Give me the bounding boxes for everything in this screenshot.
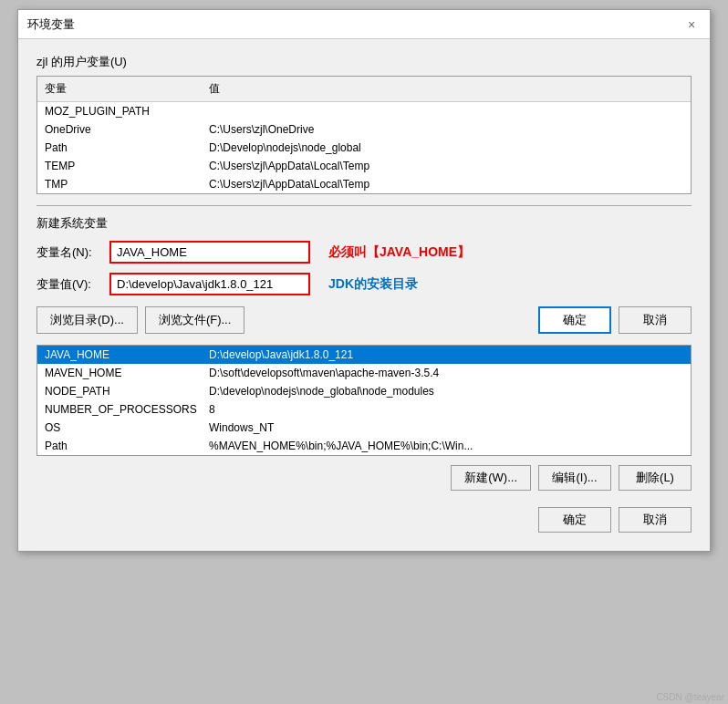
col-header-val: 值	[202, 79, 691, 98]
table-row[interactable]: OS Windows_NT	[37, 419, 691, 437]
new-sys-var-button[interactable]: 新建(W)...	[451, 465, 531, 491]
sys-table-wrapper: JAVA_HOME D:\develop\Java\jdk1.8.0_121 M…	[36, 345, 692, 456]
delete-sys-var-button[interactable]: 删除(L)	[619, 465, 692, 491]
table-row[interactable]: NODE_PATH D:\develop\nodejs\node_global\…	[37, 382, 691, 400]
var-name: Path	[37, 140, 202, 155]
var-name-input[interactable]	[109, 241, 310, 264]
table-row[interactable]: NUMBER_OF_PROCESSORS 8	[37, 400, 691, 419]
form-button-row: 浏览目录(D)... 浏览文件(F)... 确定 取消	[36, 306, 692, 334]
var-value-label: 变量值(V):	[36, 276, 109, 293]
new-sys-var-title: 新建系统变量	[36, 215, 692, 232]
bottom-confirm-button[interactable]: 确定	[538, 507, 611, 533]
var-value: Windows_NT	[202, 420, 691, 435]
var-name-label: 变量名(N):	[36, 244, 109, 261]
divider	[36, 205, 692, 206]
browse-file-button[interactable]: 浏览文件(F)...	[145, 306, 244, 334]
edit-sys-var-button[interactable]: 编辑(I)...	[538, 465, 611, 491]
table-header: 变量 值	[37, 77, 691, 102]
var-value: D:\develop\Java\jdk1.8.0_121	[202, 347, 691, 362]
bottom-cancel-button[interactable]: 取消	[619, 507, 692, 533]
close-button[interactable]: ×	[682, 16, 701, 34]
table-row[interactable]: MAVEN_HOME D:\soft\developsoft\maven\apa…	[37, 364, 691, 382]
form-confirm-button[interactable]: 确定	[538, 306, 611, 334]
watermark: CSDN @teayear	[656, 692, 724, 702]
var-value: C:\Users\zjl\AppData\Local\Temp	[202, 177, 691, 192]
var-name: OS	[37, 420, 202, 435]
bottom-button-row: 确定 取消	[36, 500, 692, 536]
var-value-annotation: JDK的安装目录	[328, 276, 418, 293]
user-table-wrapper: 变量 值 MOZ_PLUGIN_PATH OneDrive C:\Users\z…	[36, 76, 692, 194]
title-bar: 环境变量 ×	[18, 10, 710, 39]
window-title: 环境变量	[27, 16, 75, 33]
table-row[interactable]: Path %MAVEN_HOME%\bin;%JAVA_HOME%\bin;C:…	[37, 437, 691, 455]
var-name: MOZ_PLUGIN_PATH	[37, 104, 202, 119]
var-value: D:\Develop\nodejs\node_global	[202, 140, 691, 155]
var-name: MAVEN_HOME	[37, 366, 202, 380]
col-header-var: 变量	[37, 79, 202, 98]
table-row[interactable]: TMP C:\Users\zjl\AppData\Local\Temp	[37, 175, 691, 193]
var-value: %MAVEN_HOME%\bin;%JAVA_HOME%\bin;C:\Win.…	[202, 439, 691, 453]
window-content: zjl 的用户变量(U) 变量 值 MOZ_PLUGIN_PATH OneDri…	[18, 39, 710, 551]
var-name: OneDrive	[37, 122, 202, 137]
user-variables-table: 变量 值 MOZ_PLUGIN_PATH OneDrive C:\Users\z…	[36, 76, 692, 194]
table-row[interactable]: Path D:\Develop\nodejs\node_global	[37, 139, 691, 157]
table-row[interactable]: OneDrive C:\Users\zjl\OneDrive	[37, 120, 691, 139]
var-name-annotation: 必须叫【JAVA_HOME】	[328, 244, 470, 261]
table-row[interactable]: MOZ_PLUGIN_PATH	[37, 102, 691, 120]
var-name: JAVA_HOME	[37, 347, 202, 362]
var-name: Path	[37, 439, 202, 453]
var-value: C:\Users\zjl\OneDrive	[202, 122, 691, 137]
var-name: TEMP	[37, 159, 202, 173]
sys-variables-table[interactable]: JAVA_HOME D:\develop\Java\jdk1.8.0_121 M…	[36, 345, 692, 456]
var-value-row: 变量值(V): JDK的安装目录	[36, 273, 692, 295]
var-name-row: 变量名(N): 必须叫【JAVA_HOME】	[36, 241, 692, 264]
environment-variables-window: 环境变量 × zjl 的用户变量(U) 变量 值 MOZ_PLUGIN_PATH…	[17, 9, 711, 552]
var-value	[202, 110, 691, 112]
var-value: D:\soft\developsoft\maven\apache-maven-3…	[202, 366, 691, 380]
var-value: 8	[202, 402, 691, 417]
table-row[interactable]: JAVA_HOME D:\develop\Java\jdk1.8.0_121	[37, 346, 691, 364]
var-name: NUMBER_OF_PROCESSORS	[37, 402, 202, 417]
browse-dir-button[interactable]: 浏览目录(D)...	[36, 306, 138, 334]
var-value-input[interactable]	[109, 273, 310, 295]
var-name: NODE_PATH	[37, 384, 202, 399]
user-section-label: zjl 的用户变量(U)	[36, 54, 692, 70]
form-cancel-button[interactable]: 取消	[619, 306, 692, 334]
var-name: TMP	[37, 177, 202, 192]
var-value: D:\develop\nodejs\node_global\node_modul…	[202, 384, 691, 399]
table-row[interactable]: TEMP C:\Users\zjl\AppData\Local\Temp	[37, 157, 691, 175]
var-value: C:\Users\zjl\AppData\Local\Temp	[202, 159, 691, 173]
